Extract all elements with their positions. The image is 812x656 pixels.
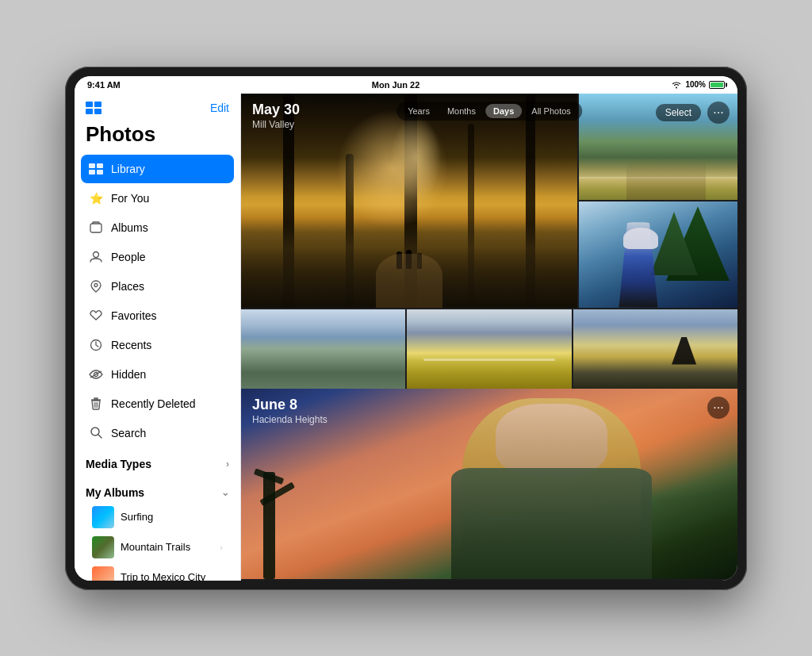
svg-line-15 [98, 435, 102, 438]
app-content: Edit Photos [75, 94, 737, 581]
hidden-icon [87, 366, 105, 383]
favorites-icon [87, 307, 105, 324]
svg-point-6 [94, 283, 98, 286]
media-types-chevron: › [226, 458, 229, 470]
photo-bottom-row [241, 309, 737, 389]
photo-cyclist-portrait[interactable] [579, 201, 737, 308]
june-photo[interactable]: June 8 Hacienda Heights ··· [241, 389, 737, 579]
media-types-header[interactable]: Media Types › [86, 458, 229, 470]
my-albums-header[interactable]: My Albums ⌄ [86, 486, 229, 499]
may-location: Mill Valley [252, 119, 726, 130]
device-frame: 9:41 AM Mon Jun 22 100% [65, 67, 747, 590]
sidebar-item-recents[interactable]: Recents [81, 331, 234, 359]
sidebar-item-search[interactable]: Search [81, 419, 234, 447]
may-section: Years Months Days All Photos Select ··· … [241, 94, 737, 389]
status-right: 100% [671, 80, 725, 89]
photo-silhouette-cyclist[interactable] [573, 309, 737, 389]
sidebar-edit-button[interactable]: Edit [210, 102, 229, 114]
albums-icon [87, 219, 105, 236]
photo-road-cyclists[interactable] [407, 309, 571, 389]
hidden-label: Hidden [111, 368, 146, 381]
sidebar-item-places[interactable]: Places [81, 272, 234, 301]
sidebar-item-hidden[interactable]: Hidden [81, 360, 234, 389]
svg-rect-1 [97, 163, 103, 168]
people-icon [87, 248, 105, 266]
may-header-overlay: May 30 Mill Valley [241, 94, 737, 138]
album-surfing-label: Surfing [121, 511, 153, 523]
screen: 9:41 AM Mon Jun 22 100% [75, 76, 737, 581]
main-photo-area: Years Months Days All Photos Select ··· … [241, 94, 737, 581]
svg-rect-2 [89, 170, 95, 175]
status-time: 9:41 AM [87, 80, 121, 90]
recents-label: Recents [111, 339, 151, 351]
sidebar-header: Edit [75, 94, 240, 119]
media-types-section: Media Types › [75, 448, 240, 477]
album-mountain-trails[interactable]: Mountain Trails › [86, 532, 229, 562]
album-thumb-surfing [92, 506, 114, 528]
favorites-label: Favorites [111, 309, 157, 322]
sidebar-item-people[interactable]: People [81, 243, 234, 271]
album-thumb-mountain [92, 536, 114, 558]
june-location: Hacienda Heights [252, 414, 327, 425]
library-label: Library [111, 163, 145, 175]
may-date: May 30 [252, 102, 726, 118]
june-section: June 8 Hacienda Heights ··· [241, 389, 737, 581]
sidebar-item-favorites[interactable]: Favorites [81, 301, 234, 330]
sidebar: Edit Photos [75, 94, 241, 581]
battery-pct: 100% [685, 80, 706, 89]
sidebar-grid-icon[interactable] [86, 102, 102, 114]
library-icon [87, 160, 105, 178]
albums-label: Albums [111, 221, 148, 234]
places-icon [87, 278, 105, 295]
for-you-icon: ⭐ [87, 190, 105, 207]
svg-rect-3 [97, 170, 103, 175]
status-date: Mon Jun 22 [372, 80, 420, 90]
album-thumb-mexico [92, 566, 114, 581]
album-mexico[interactable]: Trip to Mexico City [86, 562, 229, 581]
svg-point-5 [94, 251, 99, 257]
photo-misty-hills[interactable] [241, 309, 405, 389]
recently-deleted-label: Recently Deleted [111, 397, 196, 410]
album-mountain-label: Mountain Trails [121, 541, 190, 553]
album-surfing[interactable]: Surfing [86, 502, 229, 532]
search-icon [87, 424, 105, 442]
june-date: June 8 [252, 397, 327, 413]
places-label: Places [111, 280, 144, 293]
album-mountain-chevron: › [220, 543, 223, 552]
sidebar-item-for-you[interactable]: ⭐ For You [81, 184, 234, 213]
svg-rect-4 [90, 224, 102, 232]
for-you-label: For You [111, 192, 149, 205]
people-label: People [111, 251, 146, 263]
sidebar-item-albums[interactable]: Albums [81, 213, 234, 242]
sidebar-title: Photos [75, 119, 240, 155]
june-header: June 8 Hacienda Heights [252, 397, 327, 425]
battery-icon [709, 81, 725, 89]
recents-icon [87, 336, 105, 354]
wifi-icon [671, 81, 682, 89]
media-types-label: Media Types [86, 458, 151, 470]
recently-deleted-icon [87, 395, 105, 412]
my-albums-label: My Albums [86, 486, 144, 499]
album-mexico-label: Trip to Mexico City [121, 571, 205, 581]
search-label: Search [111, 427, 146, 439]
scroll-indicator [241, 579, 737, 581]
sidebar-item-recently-deleted[interactable]: Recently Deleted [81, 389, 234, 418]
sidebar-item-library[interactable]: Library [81, 155, 234, 183]
sidebar-nav: Library ⭐ For You [75, 155, 240, 448]
more-button-june[interactable]: ··· [707, 397, 730, 419]
my-albums-section: My Albums ⌄ Surfing Mountain Trails › [75, 477, 240, 581]
my-albums-chevron: ⌄ [221, 487, 229, 498]
status-bar: 9:41 AM Mon Jun 22 100% [75, 76, 737, 94]
svg-rect-0 [89, 163, 95, 168]
